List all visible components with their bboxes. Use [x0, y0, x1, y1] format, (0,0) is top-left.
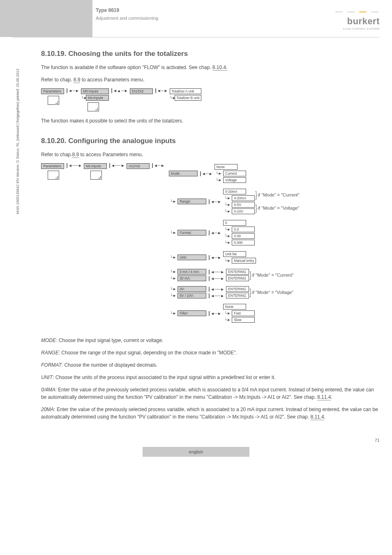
opt-0000: 0.000	[232, 240, 255, 245]
diagram-totalizer: Parameters ┃◄─► M0:Inputs └►Mx:Inputs ┃◄…	[41, 88, 380, 111]
scroll-box-icon	[88, 102, 99, 111]
opt-unitlist: Unit list	[223, 251, 246, 257]
opt-420ma: 4-20mA	[232, 195, 255, 201]
node-parameters: Parameters	[41, 163, 64, 169]
opt-manual: Manual entry	[232, 258, 256, 264]
paragraph-range: RANGE: Choose the range of the input sig…	[41, 349, 380, 356]
scroll-box-icon	[48, 96, 59, 105]
opt-none: None	[214, 164, 238, 170]
logo-sub: FLUID CONTROL SYSTEMS	[335, 28, 380, 30]
chap-link[interactable]: 8.11.4	[317, 394, 331, 400]
node-range: Range:	[178, 199, 206, 204]
page-number: 71	[0, 434, 392, 447]
opt-voltage: Voltage	[223, 177, 246, 183]
node-0ma4ma: 0 mA / 4 mA:	[178, 269, 206, 275]
node-filter: Filter:	[178, 310, 206, 316]
section-heading-totalizers: 8.10.19. Choosing the units for the tota…	[41, 50, 380, 58]
opt-020ma: 0-20mA	[223, 189, 246, 194]
chap-link[interactable]: 8.9	[72, 152, 79, 158]
type-label: Type 8619	[96, 7, 158, 13]
opt-0: 0	[223, 220, 246, 226]
paragraph-format: FORMAT: Choose the number of displayed d…	[41, 361, 380, 369]
node-ai: AI1/AI2	[127, 163, 150, 169]
opt-00: 0.0	[232, 227, 255, 232]
language-bar: english	[143, 447, 249, 457]
node-m0inputs: M0:Inputs	[81, 88, 109, 94]
section-heading-analogue: 8.10.20. Configuring the analogue inputs	[41, 137, 380, 145]
node-5v10v: 5V / 10V:	[178, 293, 206, 298]
opt-slow: Slow	[232, 317, 255, 323]
node-mxinputs: Mx:Inputs	[84, 163, 107, 169]
annot-voltage: if "Mode" = "Voltage"	[258, 206, 300, 210]
annot-current: if "Mode" = "Current"	[258, 192, 300, 197]
chap-link[interactable]: 8.11.4	[310, 414, 324, 420]
paragraph: The function is available if the softwar…	[41, 64, 380, 71]
paragraph: The function makes it possible to select…	[41, 117, 380, 125]
entering: ENTERING	[226, 293, 249, 298]
paragraph-04ma: 0/4MA: Enter the value of the previously…	[41, 386, 380, 401]
scroll-box-icon	[48, 171, 59, 180]
type-sub: Adjustment and commissioning	[96, 16, 158, 21]
opt-fast: Fast	[232, 310, 255, 316]
entering: ENTERING	[226, 269, 249, 275]
paragraph-20ma: 20MA: Enter the value of the previously …	[41, 406, 380, 421]
node-20ma: 20 mA:	[178, 275, 206, 281]
scroll-box-icon	[90, 171, 102, 180]
top-left-gray-block	[0, 0, 92, 37]
node-mode: Mode:	[169, 171, 198, 176]
logo-name: burkert	[335, 16, 380, 27]
opt-current: Current	[223, 171, 246, 176]
entering: ENTERING	[226, 286, 249, 292]
node-0v: 0V:	[178, 286, 206, 292]
annot-voltage: if "Mode" = "Voltage"	[252, 290, 293, 295]
node-di: DI1/DI2	[130, 88, 153, 94]
chap-link[interactable]: 8.9	[74, 77, 81, 83]
node-parameters: Parameters	[41, 88, 64, 94]
paragraph-unit: UNIT: Choose the units of the process in…	[41, 374, 380, 381]
header-band: Type 8619 Adjustment and commissioning —…	[0, 0, 392, 37]
sidebar-meta: MAN 1000139642 EN Version: D Status: RL …	[16, 69, 20, 214]
paragraph-mode: MODE: Choose the input signal type, curr…	[41, 337, 380, 344]
opt-none: None	[223, 304, 246, 310]
node-unit: Unit:	[178, 254, 206, 260]
diagram-analogue: Parameters ┃◄──► Mx:Inputs ┃◄──► AI1/AI2…	[41, 163, 380, 324]
brand-logo: — — — — burkert FLUID CONTROL SYSTEMS	[335, 7, 380, 30]
opt-05v: 0-5V	[232, 202, 255, 208]
paragraph: Refer to chap.8.9 to access Parameters m…	[41, 151, 380, 158]
paragraph: Refer to chap. 8.9 to access Parameters …	[41, 76, 380, 83]
chap-link[interactable]: 8.10.4.	[212, 65, 228, 71]
node-totalizer-a: Totalizer A unit	[170, 88, 202, 94]
entering: ENTERING	[226, 275, 249, 281]
node-format: Format:	[178, 230, 206, 236]
node-mxinputs: Mx:Inputs	[86, 95, 109, 101]
annot-current: if "Mode" = "Current"	[252, 273, 293, 278]
node-totalizer-b: Totalizer B unit	[175, 95, 202, 101]
opt-010v: 0-10V	[232, 208, 255, 214]
opt-000: 0.00	[232, 233, 255, 239]
